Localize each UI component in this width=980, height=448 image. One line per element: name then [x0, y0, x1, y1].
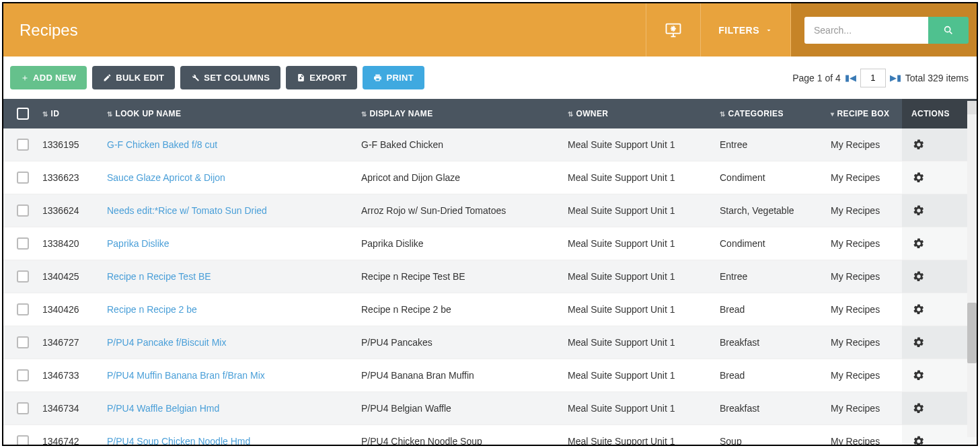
cell-owner: Meal Suite Support Unit 1: [568, 205, 720, 216]
print-label: PRINT: [386, 73, 414, 83]
col-id[interactable]: ⇅ID: [42, 109, 107, 118]
row-actions-button[interactable]: [913, 204, 925, 217]
row-actions-button[interactable]: [913, 237, 925, 250]
row-checkbox[interactable]: [17, 172, 29, 184]
cell-id: 1338420: [42, 238, 107, 249]
lookup-link[interactable]: P/PU4 Soup Chicken Noodle Hmd: [107, 436, 250, 446]
page-prev-button[interactable]: ▮◀: [845, 73, 856, 83]
cell-recipe-box: My Recipes: [831, 337, 902, 348]
filters-label: FILTERS: [718, 25, 759, 36]
page-next-button[interactable]: ▶▮: [890, 73, 901, 83]
col-categories[interactable]: ⇅CATEGORIES: [720, 109, 831, 118]
table-row: 1346742P/PU4 Soup Chicken Noodle HmdP/PU…: [3, 425, 977, 446]
svg-line-5: [950, 32, 952, 34]
cell-owner: Meal Suite Support Unit 1: [568, 304, 720, 315]
table-row: 1338420Paprika DislikePaprika DislikeMea…: [3, 227, 977, 260]
col-owner[interactable]: ⇅OWNER: [568, 109, 720, 118]
sort-icon: ⇅: [361, 110, 367, 118]
row-actions-button[interactable]: [913, 172, 925, 184]
cell-id: 1336624: [42, 205, 107, 216]
display-settings-icon: [664, 21, 683, 40]
row-checkbox[interactable]: [17, 303, 29, 315]
col-display[interactable]: ⇅DISPLAY NAME: [361, 109, 568, 118]
gear-icon: [913, 139, 925, 151]
cell-display: Paprika Dislike: [361, 238, 568, 249]
row-checkbox[interactable]: [17, 336, 29, 348]
cell-owner: Meal Suite Support Unit 1: [568, 370, 720, 381]
table: ⇅ID ⇅LOOK UP NAME ⇅DISPLAY NAME ⇅OWNER ⇅…: [3, 99, 977, 446]
gear-icon: [913, 204, 925, 217]
cell-owner: Meal Suite Support Unit 1: [568, 337, 720, 348]
cell-owner: Meal Suite Support Unit 1: [568, 436, 720, 446]
col-recipe-box[interactable]: ▾RECIPE BOX: [831, 109, 902, 118]
cell-recipe-box: My Recipes: [831, 139, 902, 150]
cell-id: 1346734: [42, 403, 107, 414]
display-settings-button[interactable]: [646, 3, 701, 57]
select-all-checkbox[interactable]: [17, 108, 29, 120]
sort-desc-icon: ▾: [831, 110, 834, 118]
lookup-link[interactable]: P/PU4 Waffle Belgian Hmd: [107, 403, 219, 414]
cell-recipe-box: My Recipes: [831, 205, 902, 216]
cell-display: P/PU4 Chicken Noodle Soup: [361, 436, 568, 446]
search-input[interactable]: [804, 17, 928, 44]
row-actions-button[interactable]: [913, 402, 925, 414]
cell-id: 1340425: [42, 271, 107, 282]
set-columns-button[interactable]: SET COLUMNS: [180, 66, 280, 89]
scrollbar-track[interactable]: [967, 101, 977, 437]
search-wrap: [791, 3, 977, 57]
total-items: Total 329 items: [905, 73, 969, 83]
row-checkbox[interactable]: [17, 237, 29, 250]
cell-recipe-box: My Recipes: [831, 370, 902, 381]
scrollbar-thumb[interactable]: [967, 303, 977, 363]
cell-display: Apricot and Dijon Glaze: [361, 172, 568, 183]
row-checkbox[interactable]: [17, 270, 29, 283]
cell-categories: Bread: [720, 304, 831, 315]
row-actions-button[interactable]: [913, 303, 925, 315]
table-row: 1336623Sauce Glaze Apricot & DijonAprico…: [3, 161, 977, 194]
lookup-link[interactable]: Recipe n Recipe Test BE: [107, 271, 211, 282]
lookup-link[interactable]: G-F Chicken Baked f/8 cut: [107, 139, 217, 150]
add-new-button[interactable]: ADD NEW: [10, 66, 87, 89]
table-header: ⇅ID ⇅LOOK UP NAME ⇅DISPLAY NAME ⇅OWNER ⇅…: [3, 99, 977, 128]
cell-id: 1336195: [42, 139, 107, 150]
cell-id: 1346733: [42, 370, 107, 381]
filters-button[interactable]: FILTERS: [701, 3, 791, 57]
row-checkbox[interactable]: [17, 402, 29, 414]
table-row: 1336624Needs edit:*Rice w/ Tomato Sun Dr…: [3, 194, 977, 227]
lookup-link[interactable]: P/PU4 Muffin Banana Bran f/Bran Mix: [107, 370, 265, 381]
row-checkbox[interactable]: [17, 435, 29, 446]
lookup-link[interactable]: Recipe n Recipe 2 be: [107, 304, 197, 315]
row-checkbox[interactable]: [17, 204, 29, 217]
cell-display: Arroz Rojo w/ Sun-Dried Tomatoes: [361, 205, 568, 216]
export-button[interactable]: EXPORT: [286, 66, 357, 89]
row-checkbox[interactable]: [17, 369, 29, 381]
lookup-link[interactable]: P/PU4 Pancake f/Biscuit Mix: [107, 337, 226, 348]
bulk-edit-button[interactable]: BULK EDIT: [92, 66, 175, 89]
cell-owner: Meal Suite Support Unit 1: [568, 271, 720, 282]
toolbar: ADD NEW BULK EDIT SET COLUMNS EXPORT PRI…: [3, 57, 977, 99]
gear-icon: [913, 435, 925, 446]
row-actions-button[interactable]: [913, 369, 925, 381]
row-actions-button[interactable]: [913, 435, 925, 446]
lookup-link[interactable]: Needs edit:*Rice w/ Tomato Sun Dried: [107, 205, 267, 216]
header-bar: Recipes FILTERS: [3, 3, 977, 57]
lookup-link[interactable]: Paprika Dislike: [107, 238, 169, 249]
cell-categories: Breakfast: [720, 403, 831, 414]
row-checkbox[interactable]: [17, 139, 29, 151]
gear-icon: [913, 270, 925, 283]
cell-recipe-box: My Recipes: [831, 172, 902, 183]
search-icon: [943, 25, 954, 36]
cell-display: P/PU4 Banana Bran Muffin: [361, 370, 568, 381]
row-actions-button[interactable]: [913, 336, 925, 348]
row-actions-button[interactable]: [913, 270, 925, 283]
search-button[interactable]: [928, 17, 969, 44]
col-lookup[interactable]: ⇅LOOK UP NAME: [107, 109, 361, 118]
row-actions-button[interactable]: [913, 139, 925, 151]
cell-display: G-F Baked Chicken: [361, 139, 568, 150]
page-input[interactable]: [860, 69, 886, 87]
print-button[interactable]: PRINT: [363, 66, 424, 89]
cell-owner: Meal Suite Support Unit 1: [568, 403, 720, 414]
lookup-link[interactable]: Sauce Glaze Apricot & Dijon: [107, 172, 225, 183]
cell-display: Recipe n Recipe 2 be: [361, 304, 568, 315]
cell-display: P/PU4 Pancakes: [361, 337, 568, 348]
